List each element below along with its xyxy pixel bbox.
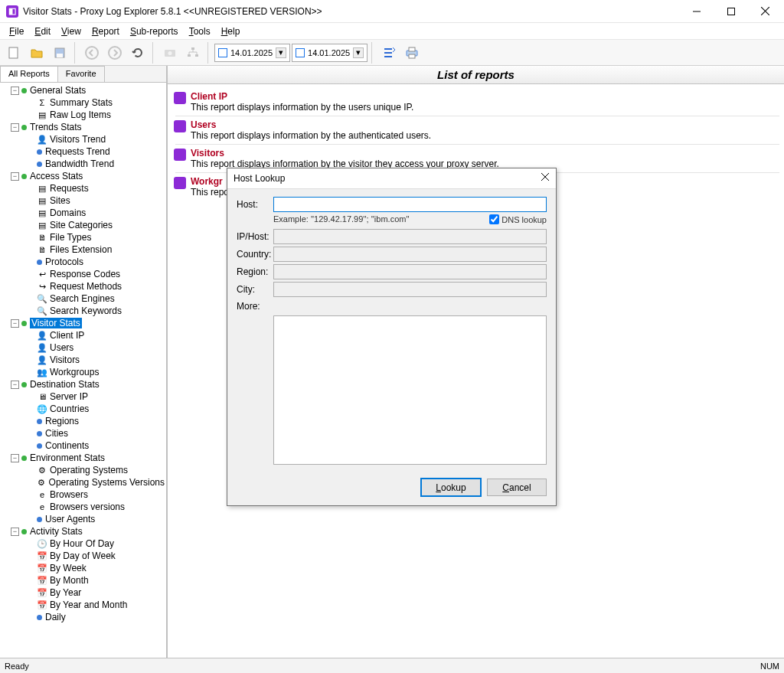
menu-subreports[interactable]: Sub-reports [126, 25, 183, 38]
close-button[interactable] [748, 1, 782, 22]
open-button[interactable] [26, 42, 47, 64]
tree-by-dow[interactable]: 📅By Day of Week [0, 550, 166, 562]
tree-requests[interactable]: ▤Requests [0, 182, 166, 194]
window-title: Visitor Stats - Proxy Log Explorer 5.8.1… [23, 6, 679, 17]
tree-environment-stats[interactable]: −Environment Stats [0, 452, 166, 464]
tree-continents[interactable]: Continents [0, 439, 166, 452]
tree-access-stats[interactable]: −Access Stats [0, 170, 166, 182]
tree-files-extension[interactable]: 🗎Files Extension [0, 243, 166, 256]
tree-client-ip[interactable]: 👤Client IP [0, 329, 166, 341]
tree-regions[interactable]: Regions [0, 415, 166, 427]
tree-workgroups[interactable]: 👥Workgroups [0, 366, 166, 378]
date-from[interactable]: 14.01.2025▾ [214, 44, 290, 62]
menu-report[interactable]: Report [87, 25, 124, 38]
forward-button[interactable] [104, 42, 126, 64]
back-button[interactable] [81, 42, 103, 64]
tree-by-year[interactable]: 📅By Year [0, 586, 166, 599]
titlebar: ◧ Visitor Stats - Proxy Log Explorer 5.8… [0, 0, 784, 23]
tree-request-methods[interactable]: ↪Request Methods [0, 280, 166, 292]
menu-file[interactable]: File [5, 25, 28, 38]
tree-browsers-versions[interactable]: eBrowsers versions [0, 501, 166, 513]
refresh-button[interactable] [127, 42, 149, 64]
list-button[interactable] [378, 42, 400, 64]
toolbar-separator [74, 42, 77, 64]
print-button[interactable] [401, 42, 423, 64]
tree-file-types[interactable]: 🗎File Types [0, 231, 166, 243]
report-item[interactable]: Client IPThis report displays informatio… [171, 89, 784, 115]
tree-site-categories[interactable]: ▤Site Categories [0, 219, 166, 231]
report-item[interactable]: UsersThis report displays information by… [171, 117, 784, 143]
report-icon [174, 92, 186, 104]
menu-help[interactable]: Help [217, 25, 245, 38]
dropdown-icon[interactable]: ▾ [276, 47, 286, 58]
report-desc: This report displays information by the … [191, 102, 413, 113]
status-num: NUM [760, 662, 779, 671]
tree-summary-stats[interactable]: ΣSummary Stats [0, 96, 166, 109]
date-to-value: 14.01.2025 [308, 48, 350, 57]
cancel-button[interactable]: Cancel [487, 479, 547, 496]
tree-by-year-month[interactable]: 📅By Year and Month [0, 599, 166, 611]
camera-button[interactable] [159, 42, 181, 64]
tree-visitors[interactable]: 👤Visitors [0, 354, 166, 366]
toolbar-separator [207, 42, 211, 64]
tree-visitors-trend[interactable]: 👤Visitors Trend [0, 133, 166, 145]
date-to[interactable]: 14.01.2025▾ [292, 44, 368, 62]
tree-destination-stats[interactable]: −Destination Stats [0, 378, 166, 390]
svg-rect-4 [9, 47, 18, 58]
host-input[interactable] [273, 197, 547, 212]
lookup-button[interactable]: Lookup [421, 479, 481, 496]
calendar-icon [218, 48, 227, 57]
menu-edit[interactable]: Edit [30, 25, 55, 38]
tree-user-agents[interactable]: User Agents [0, 513, 166, 525]
tree-visitor-stats[interactable]: −Visitor Stats [0, 317, 166, 329]
save-button[interactable] [49, 42, 70, 64]
dialog-close-button[interactable] [541, 173, 550, 184]
toolbar-separator [371, 42, 374, 64]
minimize-button[interactable] [679, 1, 714, 22]
dialog-titlebar: Host Lookup [227, 168, 556, 189]
report-icon [174, 120, 186, 132]
menu-view[interactable]: View [57, 25, 86, 38]
tree-browsers[interactable]: eBrowsers [0, 488, 166, 501]
menu-tools[interactable]: Tools [185, 25, 215, 38]
svg-rect-13 [195, 54, 198, 57]
tree-server-ip[interactable]: 🖥Server IP [0, 390, 166, 403]
tree-bandwidth-trend[interactable]: Bandwidth Trend [0, 158, 166, 170]
dropdown-icon[interactable]: ▾ [353, 47, 364, 58]
tree-os[interactable]: ⚙Operating Systems [0, 464, 166, 476]
svg-rect-15 [409, 47, 415, 51]
tree-cities[interactable]: Cities [0, 427, 166, 439]
region-field [273, 264, 547, 279]
hierarchy-button[interactable] [182, 42, 204, 64]
tree-protocols[interactable]: Protocols [0, 256, 166, 268]
tree-sites[interactable]: ▤Sites [0, 194, 166, 207]
tab-all-reports[interactable]: All Reports [0, 66, 58, 82]
tree-requests-trend[interactable]: Requests Trend [0, 145, 166, 158]
toolbar: 14.01.2025▾ 14.01.2025▾ [0, 40, 784, 66]
tab-favorite[interactable]: Favorite [57, 66, 105, 82]
tree-daily[interactable]: Daily [0, 611, 166, 623]
maximize-button[interactable] [714, 1, 748, 22]
tree-users[interactable]: 👤Users [0, 341, 166, 354]
tree-domains[interactable]: ▤Domains [0, 207, 166, 219]
tree-response-codes[interactable]: ↩Response Codes [0, 268, 166, 280]
report-tree[interactable]: −General Stats ΣSummary Stats ▤Raw Log I… [0, 83, 166, 658]
tree-raw-log-items[interactable]: ▤Raw Log Items [0, 109, 166, 121]
country-field [273, 247, 547, 262]
tree-search-keywords[interactable]: 🔍Search Keywords [0, 305, 166, 317]
more-label: More: [237, 301, 273, 312]
tree-countries[interactable]: 🌐Countries [0, 403, 166, 415]
tree-activity-stats[interactable]: −Activity Stats [0, 525, 166, 537]
more-textarea[interactable] [273, 315, 547, 465]
tree-by-week[interactable]: 📅By Week [0, 562, 166, 574]
new-button[interactable] [3, 42, 24, 64]
tree-trends-stats[interactable]: −Trends Stats [0, 121, 166, 133]
tree-by-hour[interactable]: 🕒By Hour Of Day [0, 537, 166, 550]
tree-by-month[interactable]: 📅By Month [0, 574, 166, 586]
tree-search-engines[interactable]: 🔍Search Engines [0, 292, 166, 305]
tree-general-stats[interactable]: −General Stats [0, 84, 166, 96]
dns-lookup-checkbox[interactable]: DNS lookup [489, 214, 547, 224]
separator [175, 144, 779, 145]
tree-os-versions[interactable]: ⚙Operating Systems Versions [0, 476, 166, 488]
status-ready: Ready [5, 662, 29, 671]
